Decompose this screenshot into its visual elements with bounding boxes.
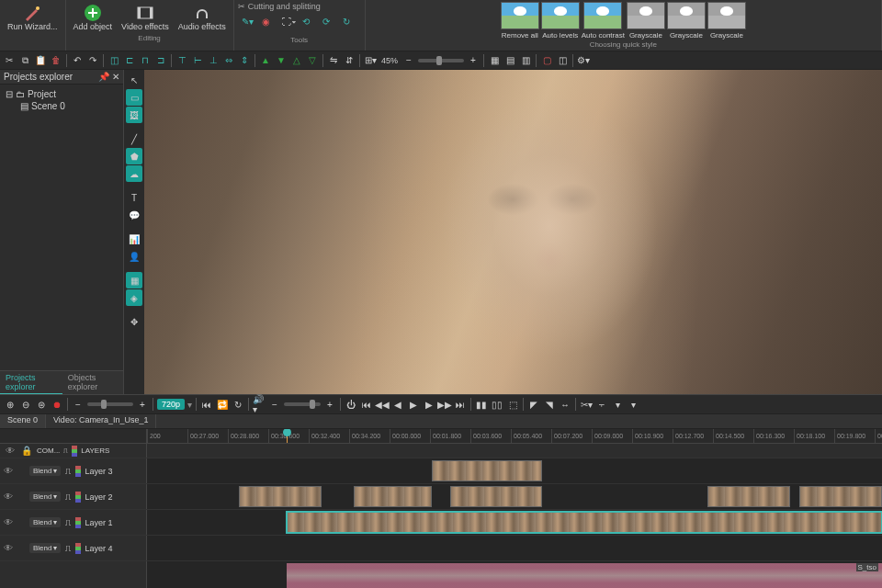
align-bot-icon[interactable]: ⊥	[207, 54, 220, 67]
move-tool[interactable]: ✥	[126, 313, 142, 330]
undo-icon[interactable]: ↶	[71, 54, 84, 67]
send-back-icon[interactable]: ▼	[275, 54, 288, 67]
person-tool[interactable]: 👤	[126, 248, 142, 265]
image-tool[interactable]: 🖼	[126, 107, 142, 123]
audio-track[interactable]: S_tso	[147, 561, 882, 588]
blend-mode-button[interactable]: Blend ▾	[29, 492, 61, 502]
rotate-270-icon[interactable]: ↻	[343, 17, 357, 31]
rect-tool[interactable]: ▭	[126, 89, 142, 106]
skip-end-icon[interactable]: ⏭	[454, 398, 467, 411]
text-tool[interactable]: T	[126, 189, 142, 206]
style-thumb-0[interactable]	[501, 2, 539, 29]
backward-icon[interactable]: ▽	[306, 54, 319, 67]
pen-tool-icon[interactable]: ✎▾	[242, 17, 256, 31]
pin-icon[interactable]: 📌	[98, 72, 109, 82]
chart-tool[interactable]: 📊	[126, 231, 142, 247]
tl-opt1-icon[interactable]: ▾	[611, 398, 624, 411]
align-center-icon[interactable]: ⊓	[139, 54, 152, 67]
dist-h-icon[interactable]: ⇔	[222, 54, 235, 67]
safe-icon[interactable]: ◫	[556, 54, 569, 67]
blend-mode-button[interactable]: Blend ▾	[29, 517, 61, 527]
video-effects-button[interactable]: Video effects	[118, 2, 173, 33]
track-wave-icon[interactable]: ⎍	[62, 492, 74, 502]
tl-opt2-icon[interactable]: ▾	[627, 398, 639, 411]
volume-slider[interactable]	[284, 402, 321, 406]
dist-v-icon[interactable]: ⇕	[238, 54, 251, 67]
crop-tool-icon[interactable]: ⛶▾	[282, 17, 297, 31]
align-right-icon[interactable]: ⊐	[154, 54, 167, 67]
rotate-90-icon[interactable]: ⟲	[302, 17, 317, 31]
paste-icon[interactable]: 📋	[34, 54, 47, 67]
zoom-in-icon[interactable]: +	[467, 54, 480, 67]
track-wave-icon[interactable]: ⎍	[62, 543, 74, 553]
resolution-badge[interactable]: 720p	[157, 399, 185, 410]
marker3-icon[interactable]: ⬚	[506, 398, 519, 411]
copy-icon[interactable]: ⧉	[18, 54, 31, 67]
in-point-icon[interactable]: ◤	[527, 398, 540, 411]
arrow-tool[interactable]: ↖	[126, 72, 142, 88]
clip[interactable]	[707, 486, 790, 507]
track-wave-icon[interactable]: ⎍	[62, 517, 74, 527]
vol-up-icon[interactable]: +	[323, 398, 336, 411]
blend-mode-button[interactable]: Blend ▾	[29, 466, 61, 476]
play-icon[interactable]: ▶	[407, 398, 420, 411]
flip-v-icon[interactable]: ⇵	[343, 54, 356, 67]
add-object-button[interactable]: Add object	[70, 2, 117, 33]
line-tool[interactable]: ╱	[126, 130, 142, 147]
track-content[interactable]	[147, 510, 882, 535]
track-eye-icon[interactable]: 👁	[2, 492, 15, 502]
tree-scene[interactable]: ▤Scene 0	[4, 100, 119, 112]
blob-tool[interactable]: ☁	[126, 165, 142, 182]
redo-icon[interactable]: ↷	[86, 54, 99, 67]
power-icon[interactable]: ⏻	[345, 398, 357, 411]
tl-zoomout-icon[interactable]: −	[72, 398, 85, 411]
marker1-icon[interactable]: ▮▮	[475, 398, 488, 411]
tl-zoomin-icon[interactable]: +	[136, 398, 149, 411]
caption-tool[interactable]: 💬	[126, 207, 142, 223]
tab-video[interactable]: Video: Camera_In_Use_1	[46, 414, 156, 428]
gear-icon[interactable]: ⚙▾	[577, 54, 590, 67]
delete-icon[interactable]: 🗑	[50, 54, 62, 67]
tl-cut-icon[interactable]: ✂▾	[580, 398, 593, 411]
eye-icon[interactable]: 👁	[4, 446, 17, 456]
style-thumb-5[interactable]	[707, 2, 746, 29]
track-wave-icon[interactable]: ⎍	[62, 466, 74, 476]
align-top-icon[interactable]: ⊤	[175, 54, 188, 67]
clip[interactable]	[287, 512, 882, 533]
tl-rec-icon[interactable]: ⏺	[51, 398, 63, 411]
snap-tool[interactable]: ◈	[126, 289, 142, 306]
clip[interactable]	[432, 460, 542, 481]
marker2-icon[interactable]: ▯▯	[491, 398, 503, 411]
out-point-icon[interactable]: ◥	[543, 398, 556, 411]
tab-scene[interactable]: Scene 0	[0, 414, 46, 428]
style-thumb-2[interactable]	[583, 2, 622, 29]
loop-icon[interactable]: 🔁	[216, 398, 229, 411]
blend-mode-button[interactable]: Blend ▾	[29, 543, 61, 553]
prev-frame-icon[interactable]: ◀◀	[376, 398, 389, 411]
vol-down-icon[interactable]: −	[268, 398, 281, 411]
track-eye-icon[interactable]: 👁	[2, 466, 15, 476]
preview-canvas[interactable]	[144, 70, 882, 394]
grid3-icon[interactable]: ▥	[519, 54, 532, 67]
tl-plus-icon[interactable]: ⊕	[4, 398, 17, 411]
snap-icon[interactable]: ⊞▾	[364, 54, 377, 67]
tree-project[interactable]: ⊟🗀Project	[4, 88, 119, 100]
close-icon[interactable]: ✕	[112, 72, 119, 82]
shape-tool[interactable]: ⬟	[126, 148, 142, 164]
tl-minus-icon[interactable]: ⊖	[19, 398, 32, 411]
track-content[interactable]	[147, 536, 882, 560]
clip[interactable]	[354, 486, 432, 507]
style-thumb-3[interactable]	[627, 2, 665, 29]
time-ruler[interactable]: 20000:27.00000:28.80000:30.60000:32.4000…	[147, 429, 882, 443]
lock-icon[interactable]: 🔒	[20, 446, 33, 456]
track-content[interactable]	[147, 458, 882, 483]
track-eye-icon[interactable]: 👁	[2, 517, 15, 527]
frame-icon[interactable]: ▢	[540, 54, 553, 67]
clip[interactable]	[799, 486, 882, 507]
cut-icon[interactable]: ✂	[3, 54, 16, 67]
playhead[interactable]	[287, 429, 288, 443]
grid-tool[interactable]: ▦	[126, 272, 142, 288]
tab-projects-explorer[interactable]: Projects explorer	[0, 371, 62, 394]
clip[interactable]	[239, 486, 322, 507]
audio-effects-button[interactable]: Audio effects	[175, 2, 230, 33]
